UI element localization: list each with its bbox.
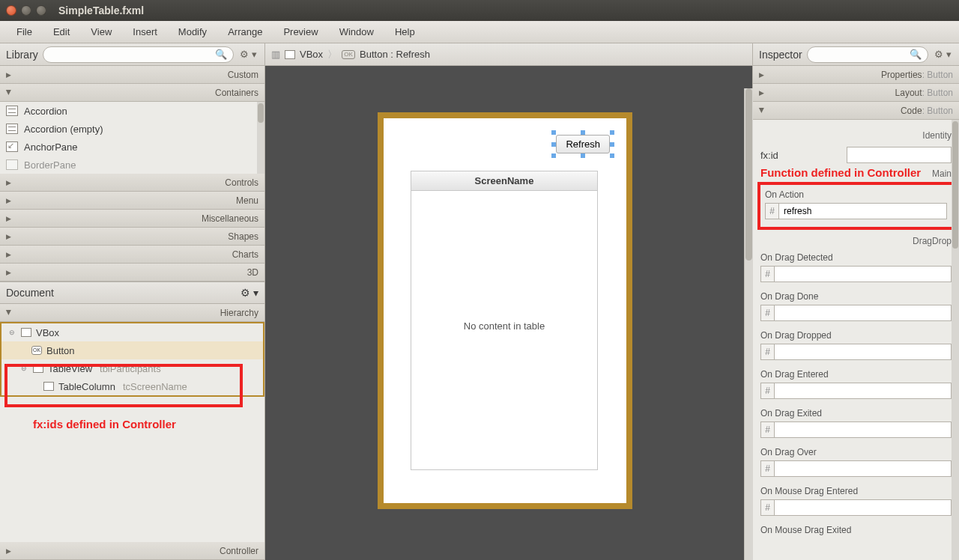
library-header: Library 🔍 ⚙ ▾ xyxy=(0,43,264,66)
button-icon: OK xyxy=(342,50,355,59)
library-item-accordion[interactable]: Accordion xyxy=(0,102,264,120)
window-close-button[interactable] xyxy=(6,5,16,16)
drag-label: On Drag Over xyxy=(760,447,952,457)
breadcrumb-button[interactable]: Button : Refresh xyxy=(360,49,430,60)
inspector-tab-code[interactable]: ▶Code: Button xyxy=(753,102,959,120)
on-drag-done-input[interactable] xyxy=(774,305,952,321)
tree-vbox[interactable]: ⊖VBox xyxy=(1,323,263,341)
tree-tablecolumn[interactable]: TableColumntcScreenName xyxy=(1,377,263,395)
vbox-icon xyxy=(285,50,295,59)
design-canvas[interactable]: Refresh ScreenName No content in table xyxy=(265,66,752,560)
on-drag-entered-input[interactable] xyxy=(774,383,952,399)
search-icon: 🔍 xyxy=(910,49,922,60)
on-drag-detected-input[interactable] xyxy=(774,266,952,282)
container-icon xyxy=(6,124,18,134)
fxid-label: fx:id xyxy=(760,150,778,161)
library-scrollbar[interactable] xyxy=(257,102,264,174)
library-section-menu[interactable]: ▶Menu xyxy=(0,192,264,210)
library-search[interactable]: 🔍 xyxy=(43,46,235,63)
document-section-controller[interactable]: ▶Controller xyxy=(0,542,264,560)
hash-icon: # xyxy=(765,203,778,219)
drag-label: On Drag Done xyxy=(760,291,952,302)
inspector-gear-icon[interactable]: ⚙ ▾ xyxy=(933,49,953,60)
canvas-root[interactable]: Refresh ScreenName No content in table xyxy=(378,112,632,509)
library-section-charts[interactable]: ▶Charts xyxy=(0,246,264,264)
on-action-label: On Action xyxy=(765,189,947,200)
menu-preview[interactable]: Preview xyxy=(273,26,328,37)
on-action-input[interactable] xyxy=(778,203,947,219)
identity-section-label: Identity xyxy=(760,130,952,141)
document-gear-icon[interactable]: ⚙ ▾ xyxy=(240,287,258,299)
table-icon xyxy=(33,364,43,373)
menubar: File Edit View Insert Modify Arrange Pre… xyxy=(0,21,959,43)
menu-modify[interactable]: Modify xyxy=(168,26,217,37)
library-section-shapes[interactable]: ▶Shapes xyxy=(0,228,264,246)
container-icon xyxy=(6,106,18,116)
library-item-accordion-empty[interactable]: Accordion (empty) xyxy=(0,120,264,138)
refresh-button[interactable]: Refresh xyxy=(556,135,610,153)
inspector-title: Inspector xyxy=(759,49,802,61)
inspector-scrollbar[interactable] xyxy=(952,120,959,560)
drag-label: On Drag Exited xyxy=(760,408,952,419)
document-header: Document ⚙ ▾ xyxy=(0,281,264,304)
drag-label: On Drag Detected xyxy=(760,252,952,263)
vbox-icon xyxy=(21,328,31,337)
container-icon xyxy=(6,159,18,170)
inspector-tab-layout[interactable]: ▶Layout: Button xyxy=(753,84,959,102)
document-title: Document xyxy=(6,287,54,299)
window-titlebar: SimpleTable.fxml xyxy=(0,0,959,21)
fxid-input[interactable] xyxy=(847,147,952,163)
window-maximize-button[interactable] xyxy=(36,5,46,16)
on-drag-dropped-input[interactable] xyxy=(774,344,952,360)
library-section-misc[interactable]: ▶Miscellaneous xyxy=(0,210,264,228)
menu-view[interactable]: View xyxy=(80,26,122,37)
selection-icon[interactable]: ▥ xyxy=(271,49,280,60)
inspector-search[interactable]: 🔍 xyxy=(807,46,929,63)
library-item-anchorpane[interactable]: AnchorPane xyxy=(0,138,264,156)
menu-edit[interactable]: Edit xyxy=(43,26,80,37)
drag-label: On Drag Entered xyxy=(760,369,952,380)
menu-help[interactable]: Help xyxy=(384,26,426,37)
library-section-containers[interactable]: ▶Containers xyxy=(0,84,264,102)
chevron-right-icon: 〉 xyxy=(327,48,337,61)
breadcrumb-vbox[interactable]: VBox xyxy=(300,49,323,60)
annotation-text-fxids: fx:ids defined in Controller xyxy=(33,418,176,430)
left-panel: Library 🔍 ⚙ ▾ ▶Custom ▶Containers Accord… xyxy=(0,43,265,560)
canvas-scrollbar[interactable] xyxy=(744,88,753,560)
tree-button[interactable]: OKButton xyxy=(1,341,263,359)
inspector-tab-properties[interactable]: ▶Properties: Button xyxy=(753,66,959,84)
anchor-icon xyxy=(6,141,18,152)
drag-label: On Mouse Drag Entered xyxy=(760,486,952,496)
library-title: Library xyxy=(6,49,38,61)
inspector-panel: Inspector 🔍 ⚙ ▾ ▶Properties: Button ▶Lay… xyxy=(752,43,959,560)
hierarchy-tree: ⊖VBox OKButton ⊖TableViewtblParticipants… xyxy=(0,322,264,542)
menu-arrange[interactable]: Arrange xyxy=(217,26,273,37)
inspector-header: Inspector 🔍 ⚙ ▾ xyxy=(753,43,959,66)
drag-label: On Mouse Drag Exited xyxy=(760,525,952,535)
library-section-custom[interactable]: ▶Custom xyxy=(0,66,264,84)
library-section-controls[interactable]: ▶Controls xyxy=(0,174,264,192)
library-item-list: Accordion Accordion (empty) AnchorPane B… xyxy=(0,102,264,174)
drag-label: On Drag Dropped xyxy=(760,330,952,341)
library-gear-icon[interactable]: ⚙ ▾ xyxy=(238,49,258,60)
button-icon: OK xyxy=(31,346,42,355)
window-minimize-button[interactable] xyxy=(21,5,31,16)
canvas-tableview[interactable]: ScreenName No content in table xyxy=(411,171,598,470)
center-panel: ▥ VBox 〉 OK Button : Refresh Refresh Scr… xyxy=(265,43,752,560)
document-section-hierarchy[interactable]: ▶Hierarchy xyxy=(0,304,264,322)
library-item-borderpane[interactable]: BorderPane xyxy=(0,156,264,174)
menu-file[interactable]: File xyxy=(6,26,43,37)
tree-tableview[interactable]: ⊖TableViewtblParticipants xyxy=(1,359,263,377)
canvas-table-header[interactable]: ScreenName xyxy=(411,171,597,191)
window-title: SimpleTable.fxml xyxy=(58,4,144,16)
on-drag-exited-input[interactable] xyxy=(774,421,952,438)
dragdrop-section-label: DragDrop xyxy=(760,236,952,246)
breadcrumb-bar: ▥ VBox 〉 OK Button : Refresh xyxy=(265,43,752,66)
menu-window[interactable]: Window xyxy=(329,26,384,37)
menu-insert[interactable]: Insert xyxy=(122,26,168,37)
on-mouse-drag-entered-input[interactable] xyxy=(774,499,952,516)
search-icon: 🔍 xyxy=(215,49,227,60)
library-section-3d[interactable]: ▶3D xyxy=(0,264,264,281)
on-drag-over-input[interactable] xyxy=(774,460,952,477)
canvas-table-empty-text: No content in table xyxy=(411,320,597,332)
